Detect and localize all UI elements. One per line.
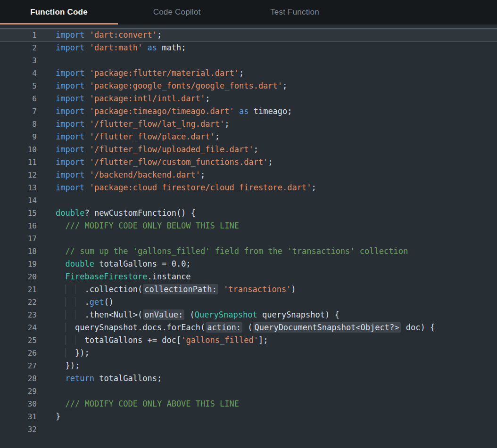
code-line[interactable]: 22 .get() <box>0 296 497 309</box>
tab-function-code[interactable]: Function Code <box>0 0 118 24</box>
code-text: querySnapshot.docs.forEach(action: (Quer… <box>47 321 435 334</box>
line-number: 5 <box>0 80 47 92</box>
line-number: 10 <box>0 143 47 156</box>
line-number: 12 <box>0 169 47 181</box>
line-number: 30 <box>0 398 47 410</box>
code-text: /// MODIFY CODE ONLY BELOW THIS LINE <box>47 220 239 232</box>
code-line[interactable]: 17 <box>0 232 497 245</box>
line-number: 3 <box>0 54 47 67</box>
code-text: // sum up the 'gallons_filled' field fro… <box>47 245 408 258</box>
code-text: import 'dart:convert'; <box>47 29 162 41</box>
code-line[interactable]: 9import '/flutter_flow/place.dart'; <box>0 130 497 143</box>
code-text: .collection(collectionPath: 'transaction… <box>47 283 296 296</box>
line-number: 17 <box>0 232 47 245</box>
code-text <box>47 385 56 398</box>
code-text: .then<Null>(onValue: (QuerySnapshot quer… <box>47 309 340 321</box>
code-text: import 'package:timeago/timeago.dart' as… <box>47 105 292 118</box>
code-text: FirebaseFirestore.instance <box>47 270 191 283</box>
code-line[interactable]: 4import 'package:flutter/material.dart'; <box>0 67 497 80</box>
code-line[interactable]: 13import 'package:cloud_firestore/cloud_… <box>0 181 497 194</box>
code-line[interactable]: 26 }); <box>0 347 497 359</box>
code-line[interactable]: 25 totalGallons += doc['gallons_filled']… <box>0 334 497 347</box>
code-text: /// MODIFY CODE ONLY ABOVE THIS LINE <box>47 398 239 410</box>
code-text: import 'package:google_fonts/google_font… <box>47 80 287 92</box>
line-number: 13 <box>0 181 47 194</box>
code-line[interactable]: 30 /// MODIFY CODE ONLY ABOVE THIS LINE <box>0 398 497 410</box>
tab-function-code-label: Function Code <box>30 8 88 17</box>
code-text: return totalGallons; <box>47 372 162 385</box>
code-line[interactable]: 18 // sum up the 'gallons_filled' field … <box>0 245 497 258</box>
code-editor[interactable]: 1import 'dart:convert';2import 'dart:mat… <box>0 24 497 444</box>
code-line[interactable]: 23 .then<Null>(onValue: (QuerySnapshot q… <box>0 309 497 321</box>
tab-code-copilot-label: Code Copilot <box>153 8 201 17</box>
line-number: 4 <box>0 67 47 80</box>
code-text: import '/flutter_flow/place.dart'; <box>47 130 220 143</box>
line-number: 18 <box>0 245 47 258</box>
code-line[interactable]: 1import 'dart:convert'; <box>0 29 497 41</box>
line-number: 25 <box>0 334 47 347</box>
code-line[interactable]: 32 <box>0 423 497 436</box>
line-number: 28 <box>0 372 47 385</box>
line-number: 19 <box>0 258 47 270</box>
line-number: 15 <box>0 207 47 220</box>
code-text <box>47 232 56 245</box>
code-line[interactable]: 5import 'package:google_fonts/google_fon… <box>0 80 497 92</box>
code-line[interactable]: 27 }); <box>0 359 497 372</box>
line-number: 1 <box>0 29 47 41</box>
line-number: 2 <box>0 41 47 54</box>
line-number: 27 <box>0 359 47 372</box>
code-text: }); <box>47 359 80 372</box>
code-text: double totalGallons = 0.0; <box>47 258 191 270</box>
code-text <box>47 194 56 207</box>
line-number: 16 <box>0 220 47 232</box>
line-number: 26 <box>0 347 47 359</box>
code-text: import '/flutter_flow/uploaded_file.dart… <box>47 143 258 156</box>
code-text: totalGallons += doc['gallons_filled']; <box>47 334 268 347</box>
code-text <box>47 423 56 436</box>
code-line[interactable]: 8import '/flutter_flow/lat_lng.dart'; <box>0 118 497 130</box>
tab-test-function[interactable]: Test Function <box>236 0 354 24</box>
code-line[interactable]: 6import 'package:intl/intl.dart'; <box>0 92 497 105</box>
code-text: }); <box>47 347 90 359</box>
line-number: 11 <box>0 156 47 169</box>
code-line[interactable]: 7import 'package:timeago/timeago.dart' a… <box>0 105 497 118</box>
code-text: import '/backend/backend.dart'; <box>47 169 205 181</box>
tab-bar: Function Code Code Copilot Test Function <box>0 0 497 24</box>
code-text: import '/flutter_flow/custom_functions.d… <box>47 156 273 169</box>
line-number: 7 <box>0 105 47 118</box>
line-number: 14 <box>0 194 47 207</box>
line-number: 22 <box>0 296 47 309</box>
code-text <box>47 54 56 67</box>
code-text: import 'package:flutter/material.dart'; <box>47 67 244 80</box>
code-line[interactable]: 20 FirebaseFirestore.instance <box>0 270 497 283</box>
line-number: 9 <box>0 130 47 143</box>
code-line[interactable]: 31} <box>0 410 497 423</box>
code-line[interactable]: 10import '/flutter_flow/uploaded_file.da… <box>0 143 497 156</box>
code-text: import 'dart:math' as math; <box>47 41 186 54</box>
code-line[interactable]: 3 <box>0 54 497 67</box>
code-line[interactable]: 16 /// MODIFY CODE ONLY BELOW THIS LINE <box>0 220 497 232</box>
line-number: 29 <box>0 385 47 398</box>
code-text: double? newCustomFunction() { <box>47 207 196 220</box>
code-text: import 'package:cloud_firestore/cloud_fi… <box>47 181 316 194</box>
code-line[interactable]: 28 return totalGallons; <box>0 372 497 385</box>
line-number: 31 <box>0 410 47 423</box>
code-line[interactable]: 21 .collection(collectionPath: 'transact… <box>0 283 497 296</box>
code-text: import '/flutter_flow/lat_lng.dart'; <box>47 118 229 130</box>
code-text: .get() <box>47 296 114 309</box>
code-text: } <box>47 410 60 423</box>
code-line[interactable]: 29 <box>0 385 497 398</box>
line-number: 21 <box>0 283 47 296</box>
code-line[interactable]: 2import 'dart:math' as math; <box>0 41 497 54</box>
line-number: 6 <box>0 92 47 105</box>
code-line[interactable]: 14 <box>0 194 497 207</box>
code-line[interactable]: 12import '/backend/backend.dart'; <box>0 169 497 181</box>
code-line[interactable]: 19 double totalGallons = 0.0; <box>0 258 497 270</box>
line-number: 24 <box>0 321 47 334</box>
line-number: 8 <box>0 118 47 130</box>
code-line[interactable]: 15double? newCustomFunction() { <box>0 207 497 220</box>
code-line[interactable]: 24 querySnapshot.docs.forEach(action: (Q… <box>0 321 497 334</box>
tab-code-copilot[interactable]: Code Copilot <box>118 0 236 24</box>
code-line[interactable]: 11import '/flutter_flow/custom_functions… <box>0 156 497 169</box>
tab-test-function-label: Test Function <box>270 8 319 17</box>
